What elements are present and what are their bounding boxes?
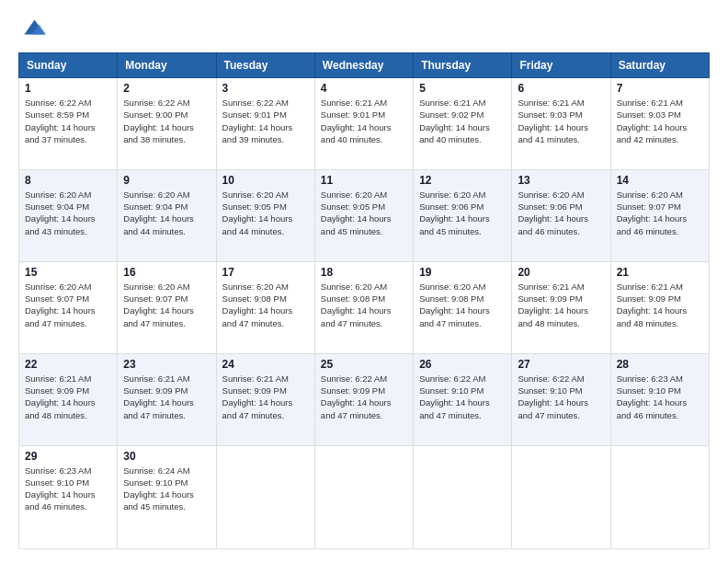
day-number: 19 [419,266,506,279]
day-info: Sunrise: 6:21 AM Sunset: 9:09 PM Dayligh… [518,281,604,329]
day-info: Sunrise: 6:22 AM Sunset: 9:10 PM Dayligh… [518,373,604,421]
day-header-sunday: Sunday [19,53,118,78]
header [18,14,710,43]
day-number: 18 [321,266,407,279]
day-number: 22 [25,358,111,371]
calendar-cell: 5 Sunrise: 6:21 AM Sunset: 9:02 PM Dayli… [414,78,512,170]
day-number: 25 [321,358,407,371]
day-number: 1 [25,82,111,95]
day-info: Sunrise: 6:20 AM Sunset: 9:05 PM Dayligh… [321,189,407,237]
day-info: Sunrise: 6:20 AM Sunset: 9:08 PM Dayligh… [321,281,407,329]
calendar-cell: 8 Sunrise: 6:20 AM Sunset: 9:04 PM Dayli… [19,169,118,261]
day-info: Sunrise: 6:20 AM Sunset: 9:08 PM Dayligh… [222,281,309,329]
day-info: Sunrise: 6:20 AM Sunset: 9:06 PM Dayligh… [518,189,604,237]
calendar-cell: 3 Sunrise: 6:22 AM Sunset: 9:01 PM Dayli… [216,78,314,170]
calendar-cell [314,445,413,548]
day-info: Sunrise: 6:20 AM Sunset: 9:08 PM Dayligh… [419,281,506,329]
calendar-cell: 1 Sunrise: 6:22 AM Sunset: 8:59 PM Dayli… [19,78,118,170]
day-info: Sunrise: 6:20 AM Sunset: 9:04 PM Dayligh… [25,189,111,237]
calendar-cell: 13 Sunrise: 6:20 AM Sunset: 9:06 PM Dayl… [512,169,610,261]
calendar-cell: 16 Sunrise: 6:20 AM Sunset: 9:07 PM Dayl… [118,261,216,353]
calendar-cell: 7 Sunrise: 6:21 AM Sunset: 9:03 PM Dayli… [610,78,709,170]
day-number: 13 [518,174,604,187]
calendar-cell: 18 Sunrise: 6:20 AM Sunset: 9:08 PM Dayl… [314,261,413,353]
day-number: 15 [25,266,111,279]
day-info: Sunrise: 6:21 AM Sunset: 9:03 PM Dayligh… [518,97,604,145]
day-number: 11 [321,174,407,187]
day-info: Sunrise: 6:22 AM Sunset: 9:10 PM Dayligh… [419,373,506,421]
day-info: Sunrise: 6:20 AM Sunset: 9:04 PM Dayligh… [123,189,210,237]
day-info: Sunrise: 6:21 AM Sunset: 9:01 PM Dayligh… [321,97,407,145]
logo [18,14,53,43]
calendar-week-5: 29 Sunrise: 6:23 AM Sunset: 9:10 PM Dayl… [19,445,710,548]
day-number: 10 [222,174,309,187]
day-info: Sunrise: 6:22 AM Sunset: 9:00 PM Dayligh… [123,97,210,145]
day-number: 14 [617,174,703,187]
day-number: 6 [518,82,604,95]
calendar-cell [216,445,314,548]
calendar-cell: 2 Sunrise: 6:22 AM Sunset: 9:00 PM Dayli… [118,78,216,170]
calendar-week-3: 15 Sunrise: 6:20 AM Sunset: 9:07 PM Dayl… [19,261,710,353]
calendar-cell: 23 Sunrise: 6:21 AM Sunset: 9:09 PM Dayl… [118,353,216,445]
calendar-cell: 29 Sunrise: 6:23 AM Sunset: 9:10 PM Dayl… [19,445,118,548]
calendar-week-2: 8 Sunrise: 6:20 AM Sunset: 9:04 PM Dayli… [19,169,710,261]
day-info: Sunrise: 6:22 AM Sunset: 9:09 PM Dayligh… [321,373,407,421]
day-number: 3 [222,82,309,95]
day-header-tuesday: Tuesday [216,53,314,78]
logo-icon [18,14,48,43]
day-info: Sunrise: 6:21 AM Sunset: 9:03 PM Dayligh… [617,97,703,145]
day-info: Sunrise: 6:20 AM Sunset: 9:06 PM Dayligh… [419,189,506,237]
calendar-cell: 17 Sunrise: 6:20 AM Sunset: 9:08 PM Dayl… [216,261,314,353]
day-number: 8 [25,174,111,187]
day-header-wednesday: Wednesday [314,53,413,78]
calendar-cell: 15 Sunrise: 6:20 AM Sunset: 9:07 PM Dayl… [19,261,118,353]
day-info: Sunrise: 6:21 AM Sunset: 9:02 PM Dayligh… [419,97,506,145]
day-number: 16 [123,266,210,279]
day-header-monday: Monday [118,53,216,78]
day-number: 24 [222,358,309,371]
day-number: 28 [617,358,703,371]
day-number: 23 [123,358,210,371]
calendar-cell: 30 Sunrise: 6:24 AM Sunset: 9:10 PM Dayl… [118,445,216,548]
day-number: 5 [419,82,506,95]
day-number: 29 [25,450,111,463]
calendar-cell: 28 Sunrise: 6:23 AM Sunset: 9:10 PM Dayl… [610,353,709,445]
calendar-cell: 20 Sunrise: 6:21 AM Sunset: 9:09 PM Dayl… [512,261,610,353]
day-number: 12 [419,174,506,187]
day-number: 21 [617,266,703,279]
day-info: Sunrise: 6:21 AM Sunset: 9:09 PM Dayligh… [617,281,703,329]
day-number: 9 [123,174,210,187]
day-info: Sunrise: 6:20 AM Sunset: 9:07 PM Dayligh… [25,281,111,329]
day-info: Sunrise: 6:21 AM Sunset: 9:09 PM Dayligh… [25,373,111,421]
day-info: Sunrise: 6:22 AM Sunset: 9:01 PM Dayligh… [222,97,309,145]
day-info: Sunrise: 6:20 AM Sunset: 9:07 PM Dayligh… [123,281,210,329]
calendar-cell: 25 Sunrise: 6:22 AM Sunset: 9:09 PM Dayl… [314,353,413,445]
calendar-cell: 6 Sunrise: 6:21 AM Sunset: 9:03 PM Dayli… [512,78,610,170]
page: SundayMondayTuesdayWednesdayThursdayFrid… [0,0,728,563]
day-info: Sunrise: 6:23 AM Sunset: 9:10 PM Dayligh… [25,465,111,513]
calendar-cell: 14 Sunrise: 6:20 AM Sunset: 9:07 PM Dayl… [610,169,709,261]
calendar-cell: 10 Sunrise: 6:20 AM Sunset: 9:05 PM Dayl… [216,169,314,261]
day-number: 27 [518,358,604,371]
calendar-header-row: SundayMondayTuesdayWednesdayThursdayFrid… [19,53,710,78]
calendar-cell: 21 Sunrise: 6:21 AM Sunset: 9:09 PM Dayl… [610,261,709,353]
calendar-cell [414,445,512,548]
day-info: Sunrise: 6:21 AM Sunset: 9:09 PM Dayligh… [222,373,309,421]
calendar-cell: 11 Sunrise: 6:20 AM Sunset: 9:05 PM Dayl… [314,169,413,261]
day-info: Sunrise: 6:23 AM Sunset: 9:10 PM Dayligh… [617,373,703,421]
day-header-saturday: Saturday [610,53,709,78]
day-info: Sunrise: 6:21 AM Sunset: 9:09 PM Dayligh… [123,373,210,421]
day-number: 17 [222,266,309,279]
day-number: 30 [123,450,210,463]
calendar-week-4: 22 Sunrise: 6:21 AM Sunset: 9:09 PM Dayl… [19,353,710,445]
calendar-table: SundayMondayTuesdayWednesdayThursdayFrid… [18,52,710,549]
day-number: 2 [123,82,210,95]
calendar-cell: 26 Sunrise: 6:22 AM Sunset: 9:10 PM Dayl… [414,353,512,445]
day-header-friday: Friday [512,53,610,78]
day-info: Sunrise: 6:20 AM Sunset: 9:07 PM Dayligh… [617,189,703,237]
day-number: 26 [419,358,506,371]
day-info: Sunrise: 6:22 AM Sunset: 8:59 PM Dayligh… [25,97,111,145]
calendar-cell: 27 Sunrise: 6:22 AM Sunset: 9:10 PM Dayl… [512,353,610,445]
day-header-thursday: Thursday [414,53,512,78]
day-info: Sunrise: 6:24 AM Sunset: 9:10 PM Dayligh… [123,465,210,513]
